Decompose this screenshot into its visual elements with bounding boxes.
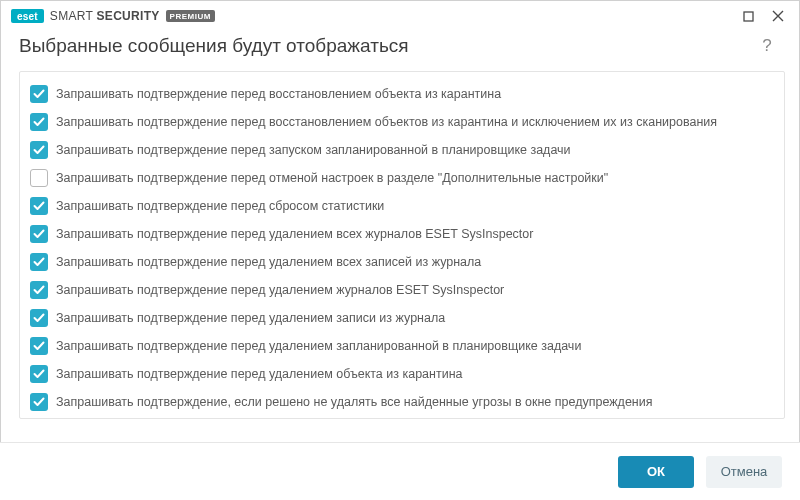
svg-rect-0 (744, 12, 753, 21)
check-icon (33, 257, 45, 267)
list-item: Запрашивать подтверждение, если решено н… (26, 388, 784, 416)
checkbox[interactable] (30, 253, 48, 271)
list-item: Запрашивать подтверждение перед удаление… (26, 220, 784, 248)
list-item: Запрашивать подтверждение перед удаление… (26, 248, 784, 276)
checkbox[interactable] (30, 281, 48, 299)
checkbox[interactable] (30, 337, 48, 355)
dialog-footer: ОК Отмена (0, 442, 800, 500)
check-icon (33, 313, 45, 323)
list-item-label: Запрашивать подтверждение перед удаление… (56, 339, 581, 354)
checkbox[interactable] (30, 309, 48, 327)
window-close-button[interactable] (763, 2, 793, 30)
list-item-label: Запрашивать подтверждение перед удаление… (56, 227, 533, 242)
title-bar: eset SMART SECURITY PREMIUM (1, 1, 799, 31)
list-item: Запрашивать подтверждение перед удаление… (26, 360, 784, 388)
list-item-label: Запрашивать подтверждение перед запуском… (56, 143, 571, 158)
window-maximize-button[interactable] (733, 2, 763, 30)
list-item-label: Запрашивать подтверждение перед удаление… (56, 283, 504, 298)
list-item-label: Запрашивать подтверждение перед удаление… (56, 311, 445, 326)
list-item-label: Запрашивать подтверждение перед восстано… (56, 87, 501, 102)
check-icon (33, 341, 45, 351)
message-list[interactable]: Запрашивать подтверждение перед восстано… (19, 71, 785, 419)
cancel-button[interactable]: Отмена (706, 456, 782, 488)
check-icon (33, 201, 45, 211)
list-item-label: Запрашивать подтверждение перед восстано… (56, 115, 717, 130)
help-icon[interactable]: ? (757, 36, 777, 56)
check-icon (33, 229, 45, 239)
brand-badge: eset (11, 9, 44, 23)
check-icon (33, 397, 45, 407)
brand-premium-badge: PREMIUM (166, 10, 215, 22)
checkbox[interactable] (30, 113, 48, 131)
check-icon (33, 145, 45, 155)
list-item-label: Запрашивать подтверждение, если решено н… (56, 395, 653, 410)
ok-button[interactable]: ОК (618, 456, 694, 488)
checkbox[interactable] (30, 85, 48, 103)
brand: eset SMART SECURITY PREMIUM (11, 9, 215, 23)
checkbox[interactable] (30, 225, 48, 243)
checkbox[interactable] (30, 365, 48, 383)
list-item-label: Запрашивать подтверждение перед отменой … (56, 171, 608, 186)
page-title: Выбранные сообщения будут отображаться (19, 35, 757, 57)
list-item: Запрашивать подтверждение перед сбросом … (26, 192, 784, 220)
list-item-label: Запрашивать подтверждение перед удаление… (56, 255, 481, 270)
check-icon (33, 117, 45, 127)
list-item: Запрашивать подтверждение перед восстано… (26, 80, 784, 108)
checkbox[interactable] (30, 197, 48, 215)
list-item: Запрашивать подтверждение перед удаление… (26, 276, 784, 304)
list-item: Запрашивать подтверждение перед удаление… (26, 304, 784, 332)
check-icon (33, 285, 45, 295)
list-item-label: Запрашивать подтверждение перед удаление… (56, 367, 463, 382)
list-item: Запрашивать подтверждение перед отменой … (26, 164, 784, 192)
heading-row: Выбранные сообщения будут отображаться ? (1, 31, 799, 71)
checkbox[interactable] (30, 141, 48, 159)
checkbox[interactable] (30, 169, 48, 187)
checkbox[interactable] (30, 393, 48, 411)
list-item-label: Запрашивать подтверждение перед сбросом … (56, 199, 384, 214)
brand-name: SMART SECURITY (50, 9, 160, 23)
list-item: Запрашивать подтверждение перед восстано… (26, 108, 784, 136)
list-item: Запрашивать подтверждение перед удаление… (26, 332, 784, 360)
check-icon (33, 369, 45, 379)
list-item: Запрашивать подтверждение перед запуском… (26, 136, 784, 164)
check-icon (33, 89, 45, 99)
